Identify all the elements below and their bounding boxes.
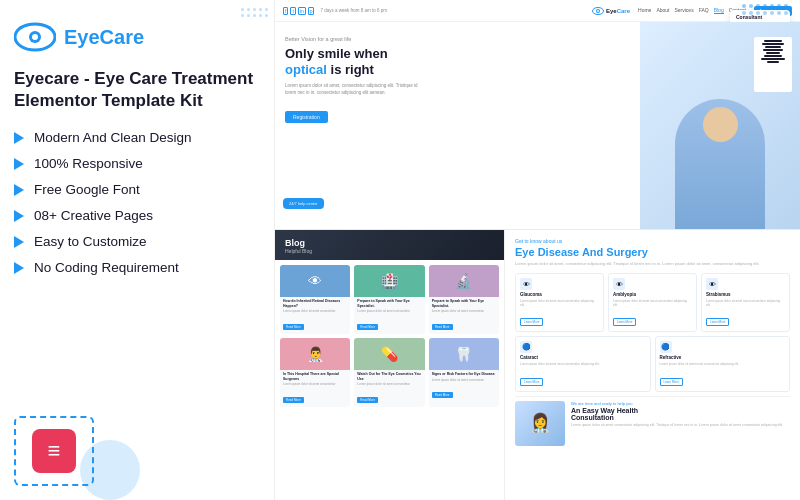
consultation-text: We are here and ready to help you An Eas… (571, 401, 790, 428)
nav-home[interactable]: Home (638, 7, 651, 14)
dots-decoration-right (742, 4, 788, 15)
arrow-icon-5 (14, 236, 24, 248)
blog-card-image-2: 🏥 (354, 265, 424, 297)
amblyopia-learn-btn[interactable]: Learn More (613, 318, 636, 326)
feature-list: Modern And Clean Design 100% Responsive … (14, 130, 260, 275)
refractive-learn-btn[interactable]: Learn More (660, 378, 683, 386)
nav-about[interactable]: About (656, 7, 669, 14)
read-more-btn-2[interactable]: Read More (357, 324, 378, 330)
blog-card-image-1: 👁 (280, 265, 350, 297)
feature-item-5: Easy to Customize (14, 234, 260, 249)
feature-item-6: No Coding Requirement (14, 260, 260, 275)
doctor-image-area (640, 22, 800, 229)
disease-section: Get to know about us Eye Disease And Sur… (505, 230, 800, 500)
hero-tag: Better Vision for a great life (285, 36, 630, 42)
consultation-title: An Easy Way HealthConsultation (571, 407, 790, 421)
hero-heading: Only smile when optical is right (285, 46, 630, 77)
read-more-btn-6[interactable]: Read More (432, 392, 453, 398)
arrow-icon-2 (14, 158, 24, 170)
disease-title: Eye Disease And Surgery (515, 246, 790, 258)
hero-content: Better Vision for a great life Only smil… (275, 22, 800, 229)
feature-item-2: 100% Responsive (14, 156, 260, 171)
blog-card-text-2: Prepare to Speak with Your Eye Specialis… (354, 297, 424, 334)
right-panel: f t in p 7 days a week from 8 am to 6 pm… (275, 0, 800, 500)
glaucoma-learn-btn[interactable]: Learn More (520, 318, 543, 326)
refractive-card: 🔵 Refractive Lorem ipsum dolor sit amet … (655, 336, 791, 391)
blog-card-image-4: 👨‍⚕️ (280, 338, 350, 370)
elementor-icon: ≡ (32, 429, 76, 473)
blog-section: Blog Helpful Blog 👁 How do Inherited Ret… (275, 230, 505, 500)
nav-faq[interactable]: FAQ (699, 7, 709, 14)
arrow-icon-4 (14, 210, 24, 222)
blog-subtitle: Helpful Blog (285, 248, 494, 254)
hero-left: Better Vision for a great life Only smil… (275, 22, 640, 229)
24hr-badge: 24/7 help center (283, 198, 324, 209)
disease-cards-row1: 👁 Glaucoma Lorem ipsum dolor sit amet mu… (515, 273, 790, 332)
blog-card-image-6: 🦷 (429, 338, 499, 370)
navbar-logo-icon (592, 6, 604, 16)
cataract-card: 🔵 Cataract Lorem ipsum dolor sit amet mu… (515, 336, 651, 391)
refractive-icon: 🔵 (660, 341, 672, 353)
hero-right (640, 22, 800, 229)
linkedin-icon: in (298, 7, 306, 15)
disease-cards-row2: 🔵 Cataract Lorem ipsum dolor sit amet mu… (515, 336, 790, 391)
svg-point-2 (32, 34, 38, 40)
disease-subtitle: Get to know about us (515, 238, 790, 244)
feature-item-4: 08+ Creative Pages (14, 208, 260, 223)
product-title: Eyecare - Eye Care TreatmentElementor Te… (14, 68, 260, 112)
glaucoma-card: 👁 Glaucoma Lorem ipsum dolor sit amet mu… (515, 273, 604, 332)
blog-header: Blog Helpful Blog (275, 230, 504, 260)
arrow-icon-1 (14, 132, 24, 144)
blog-card-image-5: 💊 (354, 338, 424, 370)
consultation-label: We are here and ready to help you (571, 401, 790, 406)
blog-card-6: 🦷 Signs or Risk Factors for Eye Disease … (429, 338, 499, 407)
bottom-preview: Blog Helpful Blog 👁 How do Inherited Ret… (275, 230, 800, 500)
consultation-body: Lorem ipsum dolor sit amet consectetur a… (571, 423, 790, 428)
nav-services[interactable]: Services (674, 7, 693, 14)
navbar-logo-text: EyeCare (606, 8, 630, 14)
blog-card-5: 💊 Watch Out for The Eye Cosmetics You Us… (354, 338, 424, 407)
consultation-section: 👩‍⚕️ We are here and ready to help you A… (515, 396, 790, 446)
eye-chart (754, 37, 792, 92)
read-more-btn-5[interactable]: Read More (357, 397, 378, 403)
read-more-btn-1[interactable]: Read More (283, 324, 304, 330)
feature-item-1: Modern And Clean Design (14, 130, 260, 145)
read-more-btn-3[interactable]: Read More (432, 324, 453, 330)
amblyopia-icon: 👁 (613, 278, 625, 290)
cataract-learn-btn[interactable]: Learn More (520, 378, 543, 386)
disease-body-text: Lorem ipsum dolor sit amet, consectetur … (515, 261, 790, 267)
svg-point-5 (597, 10, 599, 12)
left-panel: // Will be rendered inline EyeCare Eyeca… (0, 0, 275, 500)
logo-text: EyeCare (64, 26, 144, 48)
pinterest-icon: p (308, 7, 315, 15)
feature-item-3: Free Google Font (14, 182, 260, 197)
cataract-icon: 🔵 (520, 341, 532, 353)
blog-title: Blog (285, 238, 494, 248)
blog-card-2: 🏥 Prepare to Speak with Your Eye Special… (354, 265, 424, 334)
blog-card-text-6: Signs or Risk Factors for Eye Disease Lo… (429, 370, 499, 402)
dots-decoration-left (241, 8, 268, 17)
hero-preview: f t in p 7 days a week from 8 am to 6 pm… (275, 0, 800, 230)
blog-card-4: 👨‍⚕️ In This Hospital There are Special … (280, 338, 350, 407)
blog-card-text-3: Prepare to Speak with Your Eye Specialis… (429, 297, 499, 334)
blog-card-3: 🔬 Prepare to Speak with Your Eye Special… (429, 265, 499, 334)
registration-button[interactable]: Registration (285, 111, 328, 123)
read-more-btn-4[interactable]: Read More (283, 397, 304, 403)
facebook-icon: f (283, 7, 288, 15)
blog-card-image-3: 🔬 (429, 265, 499, 297)
navbar-tagline: 7 days a week from 8 am to 6 pm (320, 8, 387, 13)
arrow-icon-3 (14, 184, 24, 196)
blog-grid: 👁 How do Inherited Retinal Diseases Happ… (275, 260, 504, 412)
blog-card-text-5: Watch Out for The Eye Cosmetics You Use … (354, 370, 424, 407)
nav-blog[interactable]: Blog (714, 7, 724, 14)
amblyopia-card: 👁 Amblyopia Lorem ipsum dolor sit amet m… (608, 273, 697, 332)
mini-navbar: f t in p 7 days a week from 8 am to 6 pm… (275, 0, 800, 22)
blog-card-1: 👁 How do Inherited Retinal Diseases Happ… (280, 265, 350, 334)
blog-card-text-1: How do Inherited Retinal Diseases Happen… (280, 297, 350, 334)
strabismus-learn-btn[interactable]: Learn More (706, 318, 729, 326)
twitter-icon: t (290, 7, 295, 15)
consultation-image: 👩‍⚕️ (515, 401, 565, 446)
glaucoma-icon: 👁 (520, 278, 532, 290)
decorative-circle (80, 440, 140, 500)
eyecare-logo-icon (14, 18, 56, 56)
